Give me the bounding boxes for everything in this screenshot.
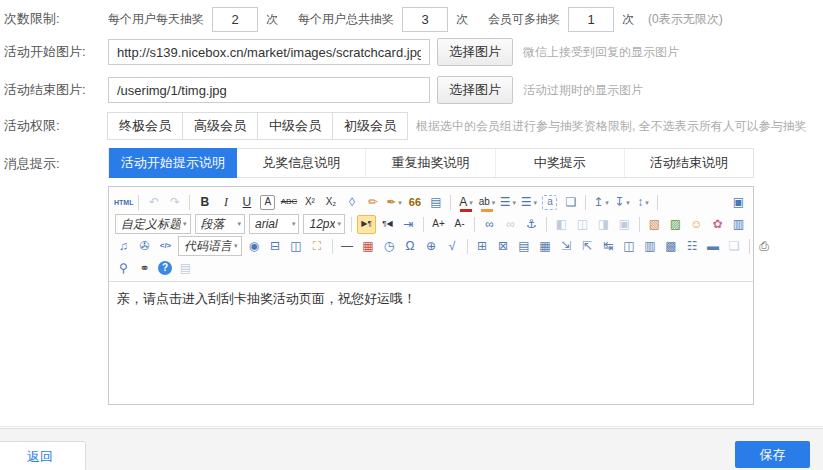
end-image-pick-button[interactable]: 选择图片 xyxy=(437,76,513,104)
message-tab[interactable]: 重复抽奖说明 xyxy=(365,149,494,177)
paste-plain-icon[interactable]: ▤ xyxy=(176,259,195,278)
help-icon[interactable]: ? xyxy=(158,261,172,275)
paste-text-icon[interactable]: ▤ xyxy=(426,193,445,212)
ordered-list-icon[interactable]: ☰▾ xyxy=(498,193,517,212)
italic-icon[interactable]: I xyxy=(216,193,235,212)
member-option-button[interactable]: 中级会员 xyxy=(257,112,333,140)
upload-image-icon[interactable]: ▨ xyxy=(666,215,685,234)
find-replace-icon[interactable]: ⚭ xyxy=(135,259,154,278)
insert-row-icon[interactable]: ⇲ xyxy=(557,237,576,256)
strikethrough-icon[interactable]: ABC xyxy=(279,193,298,212)
heading-select[interactable]: 自定义标题▾ xyxy=(115,214,191,234)
table-title-icon[interactable]: ▤ xyxy=(515,237,534,256)
merge-right-icon[interactable]: ▥ xyxy=(641,237,660,256)
insert-col-icon[interactable]: ⇱ xyxy=(578,237,597,256)
spacing-bottom-icon[interactable]: ↧▾ xyxy=(612,193,631,212)
total-input[interactable] xyxy=(402,7,448,32)
per-day-input[interactable] xyxy=(212,7,258,32)
blockquote-icon[interactable]: 66 xyxy=(405,193,424,212)
member-option-button[interactable]: 初级会员 xyxy=(332,112,408,140)
underline-icon[interactable]: U xyxy=(237,193,256,212)
image-right-icon[interactable]: ◨ xyxy=(594,215,613,234)
spacing-top-icon[interactable]: ↥▾ xyxy=(591,193,610,212)
image-center-icon[interactable]: ◫ xyxy=(573,215,592,234)
pagebreak-icon[interactable]: ⊟ xyxy=(266,237,285,256)
subscript-icon[interactable]: X₂ xyxy=(321,193,340,212)
attachment-icon[interactable]: ✇ xyxy=(135,237,154,256)
highlight-color-icon[interactable]: ab▾ xyxy=(477,193,496,212)
print-icon[interactable]: ⎙ xyxy=(755,237,774,256)
merge-cells-icon[interactable]: ◫ xyxy=(620,237,639,256)
start-image-pick-button[interactable]: 选择图片 xyxy=(437,38,513,66)
insert-image-icon[interactable]: ▧ xyxy=(645,215,664,234)
special-char-icon[interactable]: Ω xyxy=(401,237,420,256)
member-option-button[interactable]: 高级会员 xyxy=(182,112,258,140)
rtl-icon[interactable]: ¶◀ xyxy=(378,215,397,234)
image-left-icon[interactable]: ◧ xyxy=(552,215,571,234)
split-cell-icon[interactable]: ↹ xyxy=(599,237,618,256)
media-icon[interactable]: ◉ xyxy=(245,237,264,256)
date-icon[interactable]: ▦ xyxy=(359,237,378,256)
font-family-select[interactable]: arial▾ xyxy=(249,214,299,234)
html-source-icon[interactable]: HTML xyxy=(114,193,133,212)
ltr-icon[interactable]: ▶¶ xyxy=(357,215,376,234)
insert-table-icon[interactable]: ⊞ xyxy=(473,237,492,256)
template-icon[interactable]: ❏ xyxy=(725,237,744,256)
eraser-icon[interactable]: ◊ xyxy=(342,193,361,212)
link-icon[interactable]: ∞ xyxy=(480,215,499,234)
delete-row-icon[interactable]: ☷ xyxy=(683,237,702,256)
insert-code-icon[interactable]: </> xyxy=(156,237,175,256)
unordered-list-icon[interactable]: ☰▾ xyxy=(519,193,538,212)
bold-icon[interactable]: B xyxy=(195,193,214,212)
line-height-icon[interactable]: ↕▾ xyxy=(633,193,652,212)
anchor-icon[interactable]: ⚓ xyxy=(522,215,541,234)
video-icon[interactable]: ▥ xyxy=(729,215,748,234)
superscript-icon[interactable]: X² xyxy=(300,193,319,212)
unlink-icon[interactable]: ∞ xyxy=(501,215,520,234)
save-button[interactable]: 保存 xyxy=(735,441,810,468)
message-tab[interactable]: 活动结束说明 xyxy=(624,149,753,177)
editor-content[interactable]: 亲，请点击进入刮刮卡抽奖活动页面，祝您好运哦！ xyxy=(109,282,753,404)
scrawl-icon[interactable]: ✿ xyxy=(708,215,727,234)
boxed-a-icon[interactable]: A xyxy=(260,195,275,210)
member-option-button[interactable]: 终极会员 xyxy=(107,112,183,140)
font-color-icon[interactable]: A▾ xyxy=(456,193,475,212)
fontsize-down-icon[interactable]: A- xyxy=(450,215,469,234)
back-button[interactable]: 返回 xyxy=(0,441,86,470)
fullscreen-icon[interactable]: ▣ xyxy=(729,193,748,212)
code-language-select[interactable]: 代码语言▾ xyxy=(178,236,242,256)
merge-down-icon[interactable]: ▩ xyxy=(662,237,681,256)
fontsize-up-icon[interactable]: A+ xyxy=(429,215,448,234)
delete-col-icon[interactable]: ▬ xyxy=(704,237,723,256)
music-icon[interactable]: ♫ xyxy=(114,237,133,256)
blank-doc-icon[interactable]: ❏ xyxy=(561,193,580,212)
time-icon[interactable]: ◷ xyxy=(380,237,399,256)
hr-icon[interactable]: — xyxy=(338,237,357,256)
start-image-label: 活动开始图片: xyxy=(0,43,108,61)
screenshot-icon[interactable]: ⛶ xyxy=(308,237,327,256)
formula-icon[interactable]: √ xyxy=(443,237,462,256)
undo-icon[interactable]: ↶ xyxy=(144,193,163,212)
columns-icon[interactable]: ◫ xyxy=(287,237,306,256)
page-divider xyxy=(0,426,823,427)
anchor-a-icon[interactable]: a xyxy=(542,195,557,210)
end-image-input[interactable] xyxy=(108,77,430,103)
message-tab[interactable]: 中奖提示 xyxy=(495,149,624,177)
paragraph-select[interactable]: 段落▾ xyxy=(195,214,245,234)
member-extra-input[interactable] xyxy=(568,7,614,32)
message-tab[interactable]: 兑奖信息说明 xyxy=(236,149,365,177)
start-image-input[interactable] xyxy=(108,39,430,65)
indent-icon[interactable]: ⇥ xyxy=(399,215,418,234)
format-brush-icon[interactable]: ✒▾ xyxy=(384,193,403,212)
map-icon[interactable]: ⊕ xyxy=(422,237,441,256)
message-tab-label: 兑奖信息说明 xyxy=(262,154,340,172)
table-header-icon[interactable]: ▦ xyxy=(536,237,555,256)
delete-table-icon[interactable]: ⊠ xyxy=(494,237,513,256)
clear-format-icon[interactable]: ✏ xyxy=(363,193,382,212)
emoticon-icon[interactable]: ☺ xyxy=(687,215,706,234)
image-inline-icon[interactable]: ▣ xyxy=(615,215,634,234)
message-tab[interactable]: 活动开始提示说明 xyxy=(108,148,237,178)
font-size-select[interactable]: 12px▾ xyxy=(303,214,345,234)
redo-icon[interactable]: ↷ xyxy=(165,193,184,212)
preview-icon[interactable]: ⚲ xyxy=(114,259,133,278)
